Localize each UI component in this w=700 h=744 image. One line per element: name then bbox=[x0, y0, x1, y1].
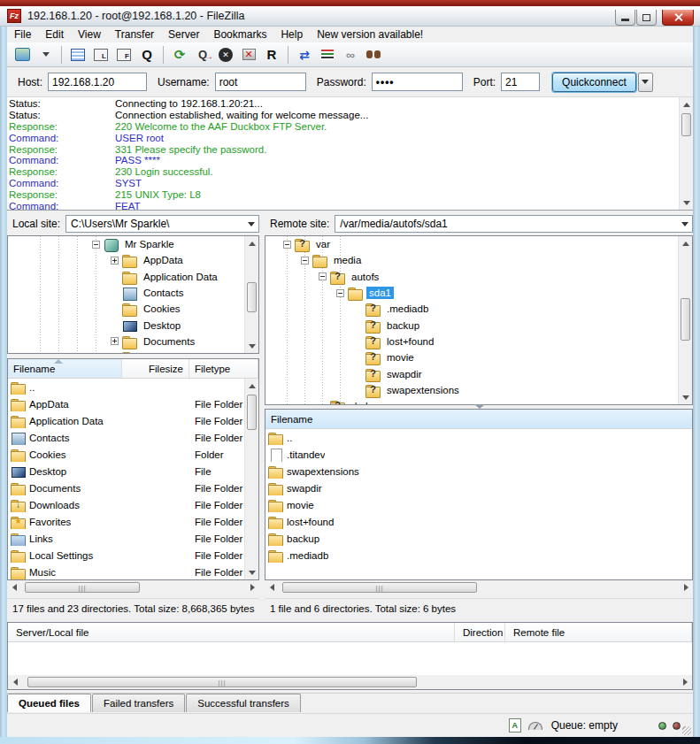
tree-item-documents[interactable]: Documents bbox=[8, 334, 244, 349]
message-log-scrollbar[interactable] bbox=[679, 97, 693, 210]
scroll-down-arrow[interactable] bbox=[679, 390, 693, 404]
tree-expander-minus[interactable] bbox=[283, 241, 291, 249]
disconnect-button[interactable]: ✕ bbox=[238, 44, 259, 65]
file-row-mediadb[interactable]: .mediadb bbox=[265, 547, 692, 564]
scroll-down-arrow[interactable] bbox=[245, 565, 259, 579]
splitter-collapse-icon[interactable] bbox=[474, 404, 485, 409]
file-row-lost-found[interactable]: lost+found bbox=[265, 513, 692, 530]
file-row-desktop[interactable]: DesktopFile bbox=[8, 463, 244, 479]
tree-item-dvd[interactable]: ?dvd bbox=[265, 398, 678, 404]
password-input[interactable] bbox=[372, 73, 463, 91]
menu-view[interactable]: View bbox=[71, 27, 108, 42]
tree-item-swapdir[interactable]: ?swapdir bbox=[265, 365, 678, 381]
tree-expander-plus[interactable] bbox=[111, 257, 119, 265]
column-header-filesize[interactable]: Filesize bbox=[122, 359, 189, 378]
scrollbar-thumb[interactable]: ||| bbox=[282, 582, 477, 593]
scrollbar-thumb[interactable] bbox=[681, 113, 691, 136]
maximize-button[interactable] bbox=[636, 10, 657, 26]
host-input[interactable] bbox=[48, 73, 147, 91]
filter-button[interactable] bbox=[363, 44, 384, 65]
scrollbar-thumb[interactable]: ||| bbox=[27, 677, 417, 687]
tree-expander-minus[interactable] bbox=[92, 241, 100, 249]
scrollbar-thumb[interactable] bbox=[247, 395, 257, 430]
menu-file[interactable]: File bbox=[7, 27, 38, 42]
quickconnect-dropdown-button[interactable] bbox=[638, 73, 653, 92]
username-input[interactable] bbox=[215, 73, 306, 91]
file-row-movie[interactable]: movie bbox=[265, 496, 692, 513]
tree-expander-minus[interactable] bbox=[319, 272, 327, 280]
file-row-cookies[interactable]: CookiesFolder bbox=[8, 446, 244, 463]
tree-expander-minus[interactable] bbox=[301, 257, 309, 265]
file-row-music[interactable]: MusicFile Folder bbox=[8, 564, 244, 579]
column-header-filetype[interactable]: Filetype bbox=[189, 359, 258, 378]
toggle-queue-button[interactable]: Q bbox=[136, 44, 158, 65]
tree-item-media[interactable]: media bbox=[265, 252, 678, 268]
tree-item-backup[interactable]: ?backup bbox=[265, 317, 678, 333]
remote-tree-scrollbar[interactable] bbox=[678, 236, 692, 404]
tree-item-downloads[interactable]: ↓Downloads bbox=[8, 349, 244, 353]
scroll-up-arrow[interactable] bbox=[245, 379, 259, 393]
file-row-backup[interactable]: backup bbox=[265, 530, 692, 547]
file-row-titandev[interactable]: .titandev bbox=[265, 446, 692, 463]
tab-successful-transfers[interactable]: Successful transfers bbox=[186, 694, 301, 712]
local-site-combobox[interactable]: C:\Users\Mr Sparkle\ bbox=[65, 215, 259, 233]
scroll-up-arrow[interactable] bbox=[245, 236, 259, 250]
toggle-local-tree-button[interactable]: L bbox=[90, 44, 112, 65]
scroll-up-arrow[interactable] bbox=[680, 97, 694, 111]
quickconnect-button[interactable]: Quickconnect bbox=[552, 73, 636, 92]
file-row-contacts[interactable]: ContactsFile Folder bbox=[8, 429, 244, 446]
tree-item-mr-sparkle[interactable]: Mr Sparkle bbox=[8, 236, 244, 252]
scroll-up-arrow[interactable] bbox=[679, 236, 693, 250]
tab-failed-transfers[interactable]: Failed transfers bbox=[92, 694, 185, 712]
file-row-item[interactable]: .. bbox=[8, 379, 244, 395]
scroll-right-arrow[interactable] bbox=[678, 675, 692, 689]
cancel-operation-button[interactable]: ✕ bbox=[215, 44, 236, 65]
file-row-appdata[interactable]: AppDataFile Folder bbox=[8, 395, 244, 412]
port-input[interactable] bbox=[501, 73, 540, 91]
file-row-local-settings[interactable]: Local SettingsFile Folder bbox=[8, 547, 244, 564]
local-list-scrollbar[interactable] bbox=[244, 379, 258, 579]
column-header-filename[interactable]: Filename bbox=[265, 410, 692, 428]
tree-item-cookies[interactable]: Cookies bbox=[8, 301, 244, 317]
file-row-application-data[interactable]: Application DataFile Folder bbox=[8, 412, 244, 429]
resize-grip[interactable] bbox=[682, 726, 691, 735]
menu-bookmarks[interactable]: Bookmarks bbox=[206, 27, 273, 42]
directory-comparison-button[interactable]: ⇄ bbox=[294, 44, 315, 65]
refresh-button[interactable]: ⟳ bbox=[169, 44, 190, 65]
tree-expander-plus[interactable] bbox=[111, 337, 119, 345]
tree-item-autofs[interactable]: ?autofs bbox=[265, 269, 678, 285]
scroll-left-arrow[interactable] bbox=[8, 675, 22, 689]
chevron-down-icon[interactable] bbox=[678, 222, 692, 226]
column-header-server-local-file[interactable]: Server/Local file bbox=[8, 623, 455, 641]
queue-hscrollbar[interactable]: ||| bbox=[8, 675, 692, 689]
menu-new-version-available[interactable]: New version available! bbox=[310, 27, 430, 42]
scroll-left-arrow[interactable] bbox=[7, 580, 21, 594]
scroll-right-arrow[interactable] bbox=[679, 580, 693, 594]
tab-queued-files[interactable]: Queued files bbox=[7, 694, 91, 712]
file-row-item[interactable]: .. bbox=[265, 429, 692, 446]
toggle-message-log-button[interactable] bbox=[67, 44, 88, 65]
tree-item-sda1[interactable]: sda1 bbox=[265, 285, 678, 301]
synchronized-browsing-button[interactable]: ∞ bbox=[340, 44, 361, 65]
scrollbar-thumb[interactable]: ||| bbox=[25, 582, 140, 593]
tree-item-var[interactable]: ?var bbox=[265, 236, 678, 252]
title-bar[interactable]: Fz 192.168.1.20 - root@192.168.1.20 - Fi… bbox=[0, 6, 700, 27]
column-header-remote-file[interactable]: Remote file bbox=[505, 623, 692, 641]
tree-item-appdata[interactable]: AppData bbox=[8, 252, 244, 268]
local-tree-scrollbar[interactable] bbox=[244, 236, 258, 353]
directory-listing-button[interactable] bbox=[317, 44, 338, 65]
tree-item-mediadb[interactable]: ?.mediadb bbox=[265, 301, 678, 317]
column-header-direction[interactable]: Direction bbox=[455, 623, 505, 641]
tree-item-contacts[interactable]: Contacts bbox=[8, 285, 244, 301]
close-button[interactable] bbox=[662, 10, 694, 26]
file-row-links[interactable]: LinksFile Folder bbox=[8, 530, 244, 547]
tree-item-desktop[interactable]: Desktop bbox=[8, 317, 244, 333]
scrollbar-thumb[interactable] bbox=[247, 282, 257, 312]
menu-help[interactable]: Help bbox=[273, 27, 310, 42]
scroll-down-arrow[interactable] bbox=[245, 339, 259, 353]
local-list-hscrollbar[interactable]: ||| bbox=[7, 580, 259, 594]
scrollbar-thumb[interactable] bbox=[681, 298, 690, 341]
remote-site-combobox[interactable]: /var/media/autofs/sda1 bbox=[335, 215, 693, 233]
tree-item-lost-found[interactable]: ?lost+found bbox=[265, 334, 678, 349]
tree-item-application-data[interactable]: Application Data bbox=[8, 269, 244, 285]
